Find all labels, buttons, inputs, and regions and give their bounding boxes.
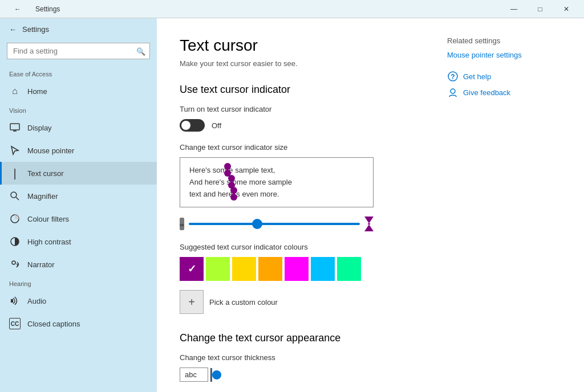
toggle-state-label: Off (212, 121, 221, 130)
sample-line-1: Here's some sample text, (189, 165, 364, 177)
colour-filters-icon (9, 213, 21, 224)
svg-rect-6 (11, 299, 13, 303)
app-body: ← Settings 🔍 Ease of Access ⌂ Home Visio… (0, 18, 584, 392)
swatch-yellow[interactable] (232, 257, 256, 281)
magnifier-icon (9, 190, 21, 202)
hearing-section-label: Hearing (0, 276, 157, 289)
cursor-size-icon (364, 217, 374, 231)
get-help-icon: ? (447, 71, 459, 82)
sidebar-item-home-label: Home (27, 87, 47, 96)
titlebar-controls: — □ ✕ (501, 0, 579, 18)
text-cursor-icon: | (9, 168, 21, 179)
related-settings-title: Related settings (447, 36, 561, 45)
sidebar-item-narrator[interactable]: Narrator (0, 253, 157, 276)
get-help-label[interactable]: Get help (463, 72, 491, 81)
colour-swatches (180, 257, 561, 281)
slider-left-handle[interactable] (180, 218, 184, 230)
sidebar: ← Settings 🔍 Ease of Access ⌂ Home Visio… (0, 18, 157, 392)
cursor-indicator-1 (226, 165, 229, 174)
sidebar-item-display-label: Display (27, 124, 52, 132)
home-icon: ⌂ (9, 85, 21, 97)
audio-icon (9, 295, 21, 307)
custom-colour-row: + Pick a custom colour (180, 290, 561, 314)
thickness-slider-thumb[interactable] (212, 370, 221, 379)
get-help-item[interactable]: ? Get help (447, 71, 561, 82)
svg-point-1 (11, 192, 17, 198)
cursor-indicator-3 (233, 189, 235, 198)
sidebar-search: 🔍 (7, 43, 150, 59)
sample-line-2: And here's some more sample (189, 177, 364, 189)
titlebar: ← Settings — □ ✕ (0, 0, 584, 18)
sample-text-box: Here's some sample text, And here's some… (180, 157, 374, 207)
titlebar-title: Settings (35, 5, 60, 13)
swatch-orange[interactable] (258, 257, 282, 281)
svg-point-9 (451, 89, 455, 93)
mouse-pointer-settings-link[interactable]: Mouse pointer settings (447, 51, 561, 59)
main-content: Text cursor Make your text cursor easier… (157, 18, 584, 392)
high-contrast-icon (9, 236, 21, 247)
sidebar-item-audio-label: Audio (27, 297, 46, 305)
swatch-purple[interactable] (180, 257, 204, 281)
svg-line-2 (16, 197, 19, 200)
cursor-indicator-toggle[interactable] (180, 119, 205, 132)
size-label: Change text cursor indicator size (180, 143, 561, 152)
closed-captions-icon: CC (9, 318, 21, 329)
thickness-text-preview: abc (180, 368, 208, 382)
sidebar-item-high-contrast[interactable]: High contrast (0, 230, 157, 253)
related-settings-panel: Related settings Mouse pointer settings … (447, 36, 561, 103)
sidebar-item-narrator-label: Narrator (27, 260, 55, 269)
sidebar-item-high-contrast-label: High contrast (27, 238, 71, 246)
back-button[interactable]: ← (5, 0, 31, 18)
search-icon: 🔍 (136, 47, 145, 55)
sidebar-item-mouse-pointer[interactable]: Mouse pointer (0, 139, 157, 162)
narrator-icon (9, 259, 21, 270)
mouse-pointer-icon (9, 145, 21, 156)
titlebar-left: ← Settings (5, 0, 60, 18)
search-input[interactable] (7, 43, 150, 59)
minimize-button[interactable]: — (501, 0, 527, 18)
sidebar-item-closed-captions[interactable]: CC Closed captions (0, 312, 157, 335)
sidebar-item-text-cursor[interactable]: | Text cursor (0, 162, 157, 185)
svg-point-5 (12, 261, 15, 264)
swatch-lime[interactable] (206, 257, 230, 281)
maximize-button[interactable]: □ (527, 0, 553, 18)
hourglass-bottom (364, 224, 374, 231)
sidebar-item-magnifier[interactable]: Magnifier (0, 185, 157, 207)
sidebar-item-audio[interactable]: Audio (0, 289, 157, 312)
display-icon (9, 122, 21, 133)
thickness-preview: abc (180, 368, 561, 382)
svg-rect-0 (10, 124, 19, 130)
vision-section-label: Vision (0, 103, 157, 116)
sidebar-item-text-cursor-label: Text cursor (27, 169, 64, 178)
section-divider: Change the text cursor appearance Change… (180, 332, 561, 382)
size-slider-track[interactable] (189, 223, 360, 225)
section2-title: Change the text cursor appearance (180, 332, 561, 344)
thickness-label: Change text cursor thickness (180, 353, 561, 362)
back-arrow-icon: ← (9, 25, 17, 34)
close-button[interactable]: ✕ (553, 0, 579, 18)
sidebar-item-home[interactable]: ⌂ Home (0, 80, 157, 103)
sidebar-back-label: Settings (22, 25, 49, 34)
sidebar-item-magnifier-label: Magnifier (27, 192, 58, 201)
give-feedback-item[interactable]: Give feedback (447, 87, 561, 98)
sidebar-item-closed-captions-label: Closed captions (27, 320, 80, 328)
swatch-magenta[interactable] (285, 257, 309, 281)
sidebar-item-colour-filters[interactable]: Colour filters (0, 207, 157, 230)
ease-of-access-label: Ease of Access (0, 66, 157, 80)
size-slider-container (180, 217, 374, 231)
svg-text:?: ? (451, 73, 455, 81)
cursor-indicator-2 (230, 177, 233, 186)
sidebar-item-display[interactable]: Display (0, 116, 157, 139)
custom-colour-button[interactable]: + (180, 290, 204, 314)
hourglass-top (364, 217, 374, 223)
swatch-blue[interactable] (311, 257, 335, 281)
swatch-green[interactable] (337, 257, 361, 281)
give-feedback-label[interactable]: Give feedback (463, 88, 510, 97)
sidebar-back-button[interactable]: ← Settings (0, 18, 157, 40)
sidebar-item-mouse-pointer-label: Mouse pointer (27, 146, 74, 155)
sample-line-3: text and here's even more. (189, 189, 364, 201)
give-feedback-icon (447, 87, 459, 98)
toggle-row: Off (180, 119, 561, 132)
size-slider-thumb[interactable] (252, 219, 262, 229)
sidebar-item-colour-filters-label: Colour filters (27, 215, 69, 223)
